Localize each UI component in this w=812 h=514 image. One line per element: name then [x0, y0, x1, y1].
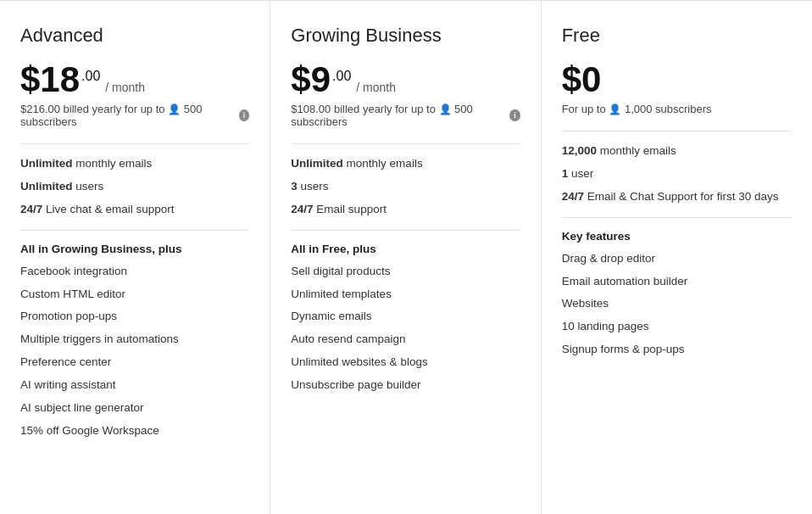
price-main-free: $0: [562, 62, 602, 98]
price-row-free: $0: [562, 62, 792, 98]
basic-feature-free-1: 1 user: [562, 166, 792, 182]
sub-feature-advanced-7: 15% off Google Workspace: [20, 423, 249, 439]
divider-2-advanced: [20, 230, 249, 231]
section-label-growing-business: All in Free, plus: [291, 243, 520, 255]
section-label-advanced: All in Growing Business, plus: [20, 243, 249, 255]
divider-1-advanced: [20, 143, 249, 144]
section-label-free: Key features: [562, 230, 792, 243]
sub-feature-advanced-2: Promotion pop-ups: [20, 309, 249, 325]
plan-col-growing-business: Growing Business$9.00/ month$108.00 bill…: [270, 1, 541, 514]
plan-name-free: Free: [562, 25, 792, 47]
basic-feature-growing-business-1: 3 users: [291, 179, 520, 195]
price-period-growing-business: / month: [356, 81, 396, 94]
sub-feature-free-1: Email automation builder: [562, 274, 792, 290]
sub-feature-growing-business-5: Unsubscribe page builder: [291, 377, 520, 394]
price-subtitle-text-free: For up to 👤 1,000 subscribers: [562, 103, 712, 115]
info-icon-growing-business[interactable]: i: [509, 109, 520, 121]
sub-feature-free-0: Drag & drop editor: [562, 251, 792, 267]
sub-feature-growing-business-3: Auto resend campaign: [291, 332, 520, 348]
sub-feature-advanced-1: Custom HTML editor: [20, 287, 249, 303]
plan-name-advanced: Advanced: [20, 25, 249, 47]
divider-2-free: [562, 217, 792, 218]
price-row-growing-business: $9.00/ month: [291, 62, 520, 98]
basic-feature-free-2: 24/7 Email & Chat Support for first 30 d…: [562, 189, 792, 205]
basic-feature-advanced-1: Unlimited users: [20, 179, 249, 195]
price-main-advanced: $18: [20, 62, 80, 98]
price-period-advanced: / month: [105, 81, 145, 94]
price-subtitle-advanced: $216.00 billed yearly for up to 👤 500 su…: [20, 103, 249, 128]
sub-feature-free-4: Signup forms & pop-ups: [562, 342, 792, 358]
sub-feature-growing-business-1: Unlimited templates: [291, 287, 520, 303]
plan-col-free: Free$0For up to 👤 1,000 subscribers12,00…: [542, 1, 812, 514]
plan-col-advanced: Advanced$18.00/ month$216.00 billed year…: [0, 1, 270, 514]
basic-feature-free-0: 12,000 monthly emails: [562, 143, 792, 159]
sub-feature-free-3: 10 landing pages: [562, 319, 792, 335]
sub-feature-advanced-4: Preference center: [20, 355, 249, 371]
divider-2-growing-business: [291, 230, 520, 231]
price-sup-growing-business: .00: [332, 69, 351, 84]
pricing-grid: Advanced$18.00/ month$216.00 billed year…: [0, 0, 812, 514]
divider-1-free: [562, 131, 792, 131]
sub-feature-growing-business-0: Sell digital products: [291, 264, 520, 280]
price-row-advanced: $18.00/ month: [20, 62, 249, 98]
sub-feature-advanced-3: Multiple triggers in automations: [20, 332, 249, 348]
price-subtitle-growing-business: $108.00 billed yearly for up to 👤 500 su…: [291, 103, 520, 128]
basic-feature-growing-business-0: Unlimited monthly emails: [291, 156, 520, 172]
sub-feature-advanced-5: AI writing assistant: [20, 377, 249, 394]
price-subtitle-text-advanced: $216.00 billed yearly for up to 👤 500 su…: [20, 103, 236, 128]
divider-1-growing-business: [291, 143, 520, 144]
price-main-growing-business: $9: [291, 62, 331, 98]
price-subtitle-text-growing-business: $108.00 billed yearly for up to 👤 500 su…: [291, 103, 506, 128]
info-icon-advanced[interactable]: i: [239, 109, 249, 121]
sub-feature-advanced-0: Facebook integration: [20, 264, 249, 280]
sub-feature-free-2: Websites: [562, 296, 792, 312]
sub-feature-growing-business-2: Dynamic emails: [291, 309, 520, 325]
price-sup-advanced: .00: [81, 69, 100, 84]
sub-feature-growing-business-4: Unlimited websites & blogs: [291, 355, 520, 371]
price-subtitle-free: For up to 👤 1,000 subscribers: [562, 103, 792, 115]
basic-feature-advanced-2: 24/7 Live chat & email support: [20, 202, 249, 218]
basic-feature-advanced-0: Unlimited monthly emails: [20, 156, 249, 172]
sub-feature-advanced-6: AI subject line generator: [20, 400, 249, 416]
plan-name-growing-business: Growing Business: [291, 25, 520, 47]
basic-feature-growing-business-2: 24/7 Email support: [291, 202, 520, 218]
